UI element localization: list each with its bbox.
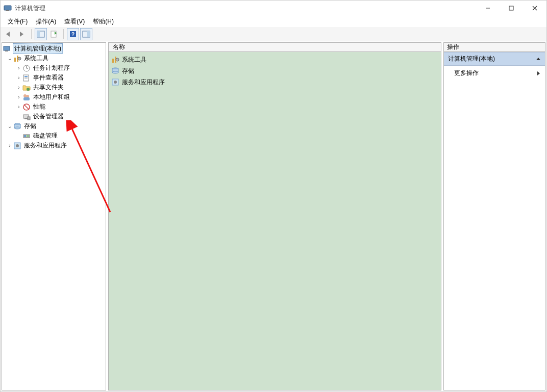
svg-point-44 [116,58,119,61]
svg-rect-8 [51,31,56,37]
svg-point-17 [18,57,21,60]
chevron-right-icon[interactable]: › [15,104,22,110]
tree-item-label: 事件查看器 [32,73,65,83]
menu-action[interactable]: 操作(A) [32,16,60,27]
menubar: 文件(F) 操作(A) 查看(V) 帮助(H) [1,16,546,27]
content-pane: 名称 系统工具 存储 [108,42,441,390]
tree-item-label: 任务计划程序 [32,63,71,73]
actions-more[interactable]: 更多操作 [444,66,545,81]
chevron-right-icon[interactable]: › [15,65,22,71]
menu-help[interactable]: 帮助(H) [89,16,118,27]
tree-pane: 计算机管理(本地) ⌄ 系统工具 › 任务计划程序 [2,42,106,390]
main-area: 计算机管理(本地) ⌄ 系统工具 › 任务计划程序 [1,41,546,391]
chevron-down-icon[interactable]: ⌄ [6,123,13,129]
svg-rect-24 [24,79,28,79]
svg-rect-7 [37,31,40,37]
tools-icon [111,56,120,64]
svg-point-47 [112,71,118,73]
tree-system-tools[interactable]: ⌄ 系统工具 [2,54,106,63]
toolbar-separator [63,29,64,39]
list-item-label: 存储 [122,67,134,75]
tree-root[interactable]: 计算机管理(本地) [2,44,106,54]
list-item-system-tools[interactable]: 系统工具 [110,54,440,65]
tree-services-apps[interactable]: › 服务和应用程序 [2,141,106,150]
toolbar: ? [1,27,546,41]
tree-shared-folders[interactable]: › 共享文件夹 [2,83,106,92]
nav-back-button[interactable] [3,28,15,40]
nav-forward-button[interactable] [16,28,28,40]
actions-header: 操作 [444,43,545,52]
disk-icon [22,132,31,140]
tree-item-label: 磁盘管理 [32,131,59,141]
services-icon [13,142,21,150]
actions-section[interactable]: 计算机管理(本地) [444,52,545,66]
refresh-button[interactable] [48,28,60,40]
window-controls [476,1,546,16]
show-actions-button[interactable] [80,28,92,40]
event-icon [22,74,31,82]
clock-icon [22,64,31,72]
tree-storage[interactable]: ⌄ 存储 [2,121,106,131]
minimize-button[interactable] [476,1,500,16]
tree-item-label: 系统工具 [23,54,49,63]
tree-disk-management[interactable]: 磁盘管理 [2,131,106,141]
content-column-header[interactable]: 名称 [109,43,441,52]
list-item-services-apps[interactable]: 服务和应用程序 [110,76,440,88]
menu-file[interactable]: 文件(F) [4,16,32,27]
services-icon [111,78,120,86]
performance-icon [22,103,31,111]
actions-header-label: 操作 [447,43,459,51]
svg-rect-28 [23,97,30,100]
svg-line-30 [24,104,29,110]
tree-item-label: 性能 [32,102,46,112]
svg-rect-3 [509,6,513,10]
svg-point-36 [14,127,20,129]
computer-icon [3,45,11,53]
tree-performance[interactable]: › 性能 [2,102,106,112]
collapse-icon[interactable] [536,57,541,62]
chevron-right-icon[interactable]: › [15,85,22,90]
svg-text:?: ? [71,32,74,37]
chevron-right-icon [537,71,541,76]
maximize-button[interactable] [500,1,523,16]
chevron-right-icon[interactable]: › [15,75,22,81]
tree-device-manager[interactable]: 设备管理器 [2,112,106,121]
folder-share-icon [22,84,31,92]
tree-root-label: 计算机管理(本地) [13,43,63,54]
svg-rect-22 [24,76,28,77]
list-item-storage[interactable]: 存储 [110,65,440,76]
users-icon [22,93,31,101]
tree-item-label: 共享文件夹 [32,83,65,92]
actions-section-title: 计算机管理(本地) [448,55,495,63]
device-icon [22,113,31,121]
content-list[interactable]: 系统工具 存储 服务和应用程序 [109,52,441,390]
chevron-down-icon[interactable]: ⌄ [6,56,13,61]
tree-view[interactable]: 计算机管理(本地) ⌄ 系统工具 › 任务计划程序 [2,43,106,390]
list-item-label: 服务和应用程序 [122,78,165,87]
svg-rect-12 [87,31,90,37]
svg-point-25 [27,88,30,91]
tree-item-label: 服务和应用程序 [23,141,68,150]
tree-task-scheduler[interactable]: › 任务计划程序 [2,63,106,73]
show-tree-button[interactable] [35,28,47,40]
list-item-label: 系统工具 [122,56,146,64]
tree-item-label: 本地用户和组 [32,92,71,102]
svg-rect-33 [28,117,30,120]
svg-point-41 [16,144,19,147]
svg-rect-32 [24,118,28,119]
svg-rect-23 [24,77,28,78]
svg-point-49 [114,81,117,84]
svg-rect-1 [6,10,9,11]
chevron-right-icon[interactable]: › [15,94,22,100]
close-button[interactable] [523,1,546,16]
tree-local-users[interactable]: › 本地用户和组 [2,92,106,102]
titlebar: 计算机管理 [1,1,546,16]
chevron-right-icon[interactable]: › [6,143,13,148]
menu-view[interactable]: 查看(V) [60,16,89,27]
actions-more-label: 更多操作 [454,69,479,77]
tree-event-viewer[interactable]: › 事件查看器 [2,73,106,83]
toolbar-separator [31,29,32,39]
svg-rect-42 [112,59,114,63]
tree-item-label: 设备管理器 [32,112,65,121]
help-button[interactable]: ? [67,28,79,40]
